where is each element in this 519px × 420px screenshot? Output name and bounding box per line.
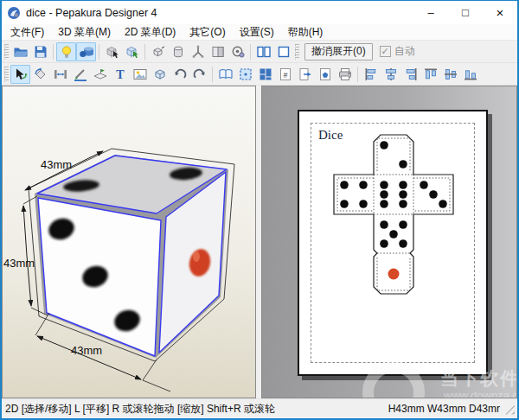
undo-unfold-button[interactable]: 撤消展开(0) bbox=[304, 43, 373, 60]
menu-3d[interactable]: 3D 菜单(M) bbox=[51, 24, 118, 41]
close-button[interactable]: × bbox=[483, 1, 517, 24]
workspace: 43mm 43mm 43mm Dice bbox=[2, 86, 517, 398]
align-bottom-icon bbox=[463, 67, 478, 82]
viewport-2d[interactable]: Dice bbox=[261, 86, 517, 398]
toggle-texture-button[interactable] bbox=[76, 42, 96, 61]
pencil-icon bbox=[73, 67, 88, 82]
redo-button[interactable] bbox=[189, 65, 209, 84]
dimension-label-depth: 43mm bbox=[41, 158, 72, 171]
align-right-button[interactable] bbox=[400, 65, 420, 84]
box-3d-icon bbox=[152, 67, 168, 82]
toggle-light-button[interactable] bbox=[56, 42, 76, 61]
insert-text-button[interactable]: T bbox=[110, 65, 130, 84]
printer-icon bbox=[337, 67, 353, 82]
toolbar-grip[interactable] bbox=[4, 67, 9, 82]
flap-icon bbox=[93, 67, 108, 82]
align-center-h-button[interactable] bbox=[381, 65, 400, 84]
panel-view-button[interactable] bbox=[208, 42, 227, 61]
unfolded-dice-pattern[interactable] bbox=[325, 126, 464, 308]
align-middle-v-button[interactable] bbox=[440, 65, 460, 84]
space-parts-button[interactable] bbox=[50, 65, 70, 84]
panel-icon bbox=[210, 44, 226, 60]
export-page-button[interactable] bbox=[295, 65, 315, 84]
select-3d-button[interactable] bbox=[102, 42, 122, 61]
align-middle-v-icon bbox=[443, 67, 458, 82]
gear-view-button[interactable] bbox=[227, 42, 247, 61]
checkbox-box[interactable]: ✓ bbox=[380, 46, 391, 57]
one-pane-layout-button[interactable] bbox=[273, 42, 293, 61]
menu-bar: 文件(F) 3D 菜单(M) 2D 菜单(D) 其它(O) 设置(S) 帮助(H… bbox=[2, 24, 517, 41]
select-2d-button[interactable] bbox=[10, 65, 30, 84]
align-right-icon bbox=[403, 67, 419, 82]
toolbar-grip[interactable] bbox=[295, 44, 299, 60]
maximize-button[interactable]: □ bbox=[448, 1, 483, 24]
edit-line-button[interactable] bbox=[70, 65, 90, 84]
two-pane-icon bbox=[256, 44, 272, 60]
two-pane-layout-button[interactable] bbox=[253, 42, 273, 61]
texture-view-icon bbox=[79, 44, 94, 60]
open-file-button[interactable] bbox=[10, 42, 30, 61]
app-window: dice - Pepakura Designer 4 – □ × 文件(F) 3… bbox=[0, 0, 519, 420]
select-arrow-icon bbox=[13, 67, 29, 82]
cylinder-icon bbox=[170, 44, 186, 60]
align-left-icon bbox=[363, 67, 379, 82]
save-file-button[interactable] bbox=[30, 42, 50, 61]
text-icon: T bbox=[112, 67, 128, 82]
page-preview-button[interactable] bbox=[215, 65, 235, 84]
svg-text:T: T bbox=[116, 67, 125, 80]
one-pane-icon bbox=[276, 44, 292, 60]
pattern-page[interactable]: Dice bbox=[298, 110, 488, 376]
solid-cube-icon bbox=[151, 44, 166, 60]
copy-page-button[interactable] bbox=[315, 65, 335, 84]
region-icon bbox=[238, 67, 253, 82]
menu-settings[interactable]: 设置(S) bbox=[233, 24, 281, 41]
insert-image-button[interactable] bbox=[130, 65, 150, 84]
window-title: dice - Pepakura Designer 4 bbox=[26, 7, 413, 19]
dimension-label-height: 43mm bbox=[3, 257, 35, 270]
page-number-icon: # bbox=[278, 67, 293, 82]
rotate-diamond-icon bbox=[33, 67, 48, 82]
undo-button[interactable] bbox=[170, 65, 189, 84]
open-folder-icon bbox=[13, 44, 29, 60]
align-top-icon bbox=[423, 67, 439, 82]
toolbar-top: 撤消展开(0) ✓ 自动 bbox=[2, 41, 517, 63]
cube-green-cursor-icon bbox=[125, 44, 140, 60]
viewport-3d[interactable]: 43mm 43mm 43mm bbox=[2, 86, 256, 398]
select-3d-rotate-button[interactable] bbox=[122, 42, 142, 61]
auto-checkbox[interactable]: ✓ 自动 bbox=[380, 44, 415, 59]
title-bar[interactable]: dice - Pepakura Designer 4 – □ × bbox=[2, 1, 517, 24]
save-icon bbox=[33, 44, 48, 60]
print-button[interactable] bbox=[335, 65, 355, 84]
pattern-face-1[interactable] bbox=[388, 269, 400, 280]
light-bulb-icon bbox=[59, 44, 74, 60]
align-top-button[interactable] bbox=[420, 65, 440, 84]
menu-2d[interactable]: 2D 菜单(D) bbox=[118, 24, 183, 41]
align-left-button[interactable] bbox=[361, 65, 381, 84]
resize-grip[interactable] bbox=[503, 404, 515, 415]
page-arrow-icon bbox=[298, 67, 313, 82]
svg-text:#: # bbox=[283, 70, 287, 79]
toolbar-2d: T # bbox=[2, 63, 517, 86]
select-region-button[interactable] bbox=[235, 65, 255, 84]
solid-view-button[interactable] bbox=[148, 42, 168, 61]
menu-file[interactable]: 文件(F) bbox=[3, 24, 51, 41]
edit-flap-button[interactable] bbox=[90, 65, 110, 84]
menu-help[interactable]: 帮助(H) bbox=[281, 24, 330, 41]
joint-view-button[interactable] bbox=[188, 42, 208, 61]
cylinder-view-button[interactable] bbox=[168, 42, 188, 61]
gear-icon bbox=[230, 44, 246, 60]
image-icon bbox=[132, 67, 148, 82]
arrange-parts-button[interactable] bbox=[255, 65, 275, 84]
page-number-button[interactable]: # bbox=[275, 65, 295, 84]
toolbar-grip[interactable] bbox=[4, 44, 9, 60]
minimize-button[interactable]: – bbox=[413, 1, 448, 24]
model-dimensions: H43mm W43mm D43mr bbox=[388, 403, 500, 415]
align-bottom-button[interactable] bbox=[460, 65, 480, 84]
menu-others[interactable]: 其它(O) bbox=[183, 24, 232, 41]
rotate-parts-button[interactable] bbox=[30, 65, 50, 84]
view-3d-box-button[interactable] bbox=[150, 65, 170, 84]
undo-icon bbox=[172, 67, 188, 82]
book-icon bbox=[218, 67, 234, 82]
watermark-url: www.downza.com bbox=[444, 389, 517, 398]
status-hint: 2D [选择/移动] L [平移] R 或滚轮拖动 [缩放] Shift+R 或… bbox=[5, 402, 275, 417]
